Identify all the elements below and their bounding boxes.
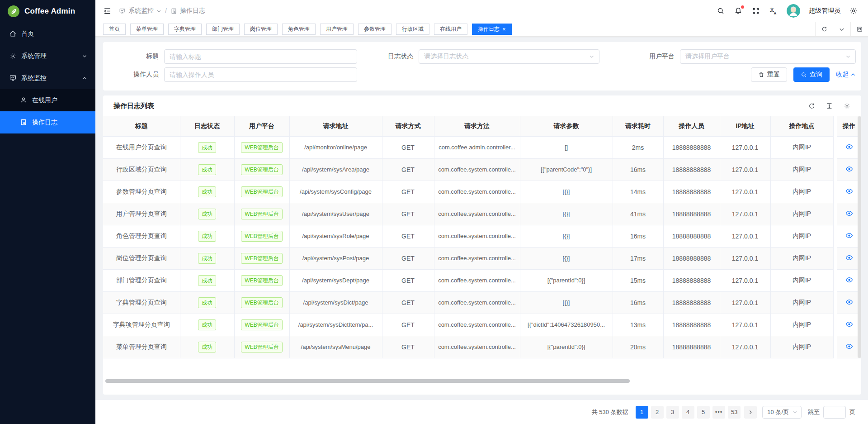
cell-location: 内网IP — [770, 203, 833, 225]
collapse-filters-link[interactable]: 收起 — [836, 71, 856, 79]
scrollbar-gutter — [833, 291, 837, 314]
maximize-icon[interactable] — [850, 22, 868, 36]
cell-method: com.coffee.system.controlle... — [434, 225, 520, 247]
tab-item[interactable]: 操作日志× — [472, 24, 512, 35]
view-icon[interactable] — [845, 254, 853, 262]
jump-page-input[interactable] — [823, 406, 846, 419]
log-status-label: 日志状态 — [357, 52, 419, 61]
pager-ellipsis[interactable]: ••• — [712, 406, 726, 419]
horizontal-scrollbar-thumb[interactable] — [105, 379, 630, 383]
view-icon[interactable] — [845, 276, 853, 284]
status-tag: 成功 — [198, 275, 216, 286]
cell-duration: 14ms — [613, 181, 663, 203]
cell-duration: 16ms — [613, 158, 663, 181]
sidebar-item-label: 系统管理 — [21, 52, 47, 60]
page-button[interactable]: 2 — [651, 406, 664, 419]
platform-tag: WEB管理后台 — [241, 297, 282, 308]
chevron-down-icon[interactable] — [833, 22, 850, 36]
cell-location: 内网IP — [770, 181, 833, 203]
cell-method: com.coffee.system.controlle... — [434, 158, 520, 181]
page-button[interactable]: 5 — [697, 406, 710, 419]
cell-platform: WEB管理后台 — [234, 158, 289, 181]
tab-close-icon[interactable]: × — [502, 26, 506, 32]
home-icon — [9, 30, 17, 38]
notification-bell-icon[interactable] — [734, 6, 743, 15]
view-icon[interactable] — [845, 343, 853, 350]
breadcrumb-item-log: 操作日志 — [170, 7, 205, 15]
gear-icon[interactable] — [849, 6, 858, 15]
page-button[interactable]: 1 — [636, 406, 648, 419]
log-status-select[interactable]: 请选择日志状态 — [419, 49, 599, 64]
column-header: 用户平台 — [234, 116, 289, 136]
column-header: 操作人员 — [663, 116, 720, 136]
translate-icon[interactable]: 文A — [769, 6, 778, 15]
tab-item[interactable]: 行政区域 — [396, 24, 429, 35]
search-icon[interactable] — [716, 6, 725, 15]
view-icon[interactable] — [845, 232, 853, 239]
view-icon[interactable] — [845, 320, 853, 328]
chevron-down-icon — [156, 9, 161, 14]
sidebar-item-online-users[interactable]: 在线用户 — [0, 89, 95, 111]
collapse-sidebar-icon[interactable] — [103, 6, 112, 15]
avatar[interactable] — [787, 4, 800, 18]
tab-item[interactable]: 岗位管理 — [244, 24, 278, 35]
view-icon[interactable] — [845, 298, 853, 306]
row-height-icon[interactable] — [825, 101, 834, 110]
tab-item[interactable]: 字典管理 — [168, 24, 202, 35]
view-icon[interactable] — [845, 187, 853, 195]
page-button[interactable]: 4 — [682, 406, 694, 419]
page-size-select[interactable]: 10 条/页 — [762, 406, 802, 419]
query-button[interactable]: 查询 — [793, 67, 830, 82]
tab-item[interactable]: 用户管理 — [320, 24, 354, 35]
chevron-right-icon — [748, 410, 753, 415]
status-tag: 成功 — [198, 253, 216, 264]
cell-url: /api/system/sysConfig/page — [289, 181, 382, 203]
tab-item[interactable]: 参数管理 — [358, 24, 392, 35]
next-page-button[interactable] — [744, 406, 757, 419]
cell-ip: 127.0.0.1 — [720, 181, 770, 203]
status-tag: 成功 — [198, 186, 216, 197]
refresh-icon[interactable] — [815, 22, 833, 36]
sidebar-item-system-monitor[interactable]: 系统监控 — [0, 67, 95, 89]
cell-title: 在线用户分页查询 — [103, 136, 180, 158]
scrollbar-gutter — [833, 181, 837, 203]
cell-location: 内网IP — [770, 158, 833, 181]
view-icon[interactable] — [845, 165, 853, 173]
page-button[interactable]: 3 — [666, 406, 679, 419]
user-name[interactable]: 超级管理员 — [809, 7, 840, 15]
user-platform-select[interactable]: 请选择用户平台 — [680, 49, 856, 64]
cell-url: /api/system/sysUser/page — [289, 203, 382, 225]
tab-item[interactable]: 部门管理 — [206, 24, 240, 35]
sidebar-item-home[interactable]: 首页 — [0, 23, 95, 45]
tab-item[interactable]: 菜单管理 — [130, 24, 164, 35]
cell-operator: 18888888888 — [663, 269, 720, 291]
tab-label: 字典管理 — [174, 25, 196, 33]
reset-button[interactable]: 重置 — [751, 67, 787, 82]
breadcrumb-item-monitor[interactable]: 系统监控 — [119, 7, 161, 15]
jump-to-page: 跳至 页 — [808, 406, 855, 419]
refresh-icon[interactable] — [807, 101, 816, 110]
vertical-scrollbar-thumb[interactable] — [858, 116, 861, 358]
cell-operator: 18888888888 — [663, 136, 720, 158]
page-button[interactable]: 53 — [728, 406, 741, 419]
cell-url: /api/system/sysRole/page — [289, 225, 382, 247]
cell-platform: WEB管理后台 — [234, 203, 289, 225]
sidebar-item-operation-log[interactable]: 操作日志 — [0, 111, 95, 133]
gear-icon[interactable] — [842, 101, 851, 110]
sidebar-item-system-management[interactable]: 系统管理 — [0, 45, 95, 67]
cell-operator: 18888888888 — [663, 203, 720, 225]
column-header: 操作地点 — [770, 116, 833, 136]
tab-item[interactable]: 首页 — [103, 24, 126, 35]
cell-platform: WEB管理后台 — [234, 181, 289, 203]
cell-title: 菜单管理分页查询 — [103, 336, 180, 358]
view-icon[interactable] — [845, 210, 853, 217]
title-input[interactable] — [164, 49, 357, 64]
scrollbar-gutter — [833, 116, 837, 136]
fullscreen-icon[interactable] — [751, 6, 760, 15]
cell-params: [{}] — [520, 247, 613, 269]
view-icon[interactable] — [845, 143, 853, 151]
tab-item[interactable]: 角色管理 — [282, 24, 316, 35]
cell-platform: WEB管理后台 — [234, 291, 289, 314]
operator-input[interactable] — [164, 67, 357, 82]
tab-item[interactable]: 在线用户 — [434, 24, 467, 35]
